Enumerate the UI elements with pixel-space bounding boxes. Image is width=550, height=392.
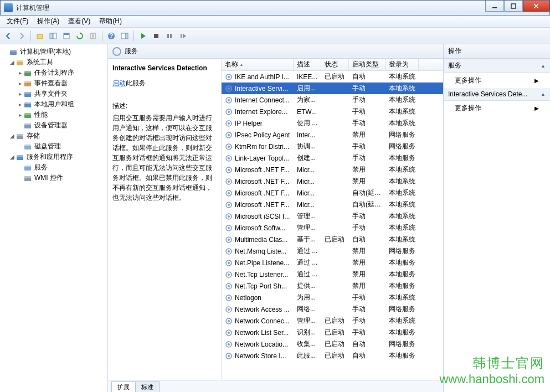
- tree-item[interactable]: 设备管理器: [1, 120, 106, 131]
- tree-group[interactable]: ◢存储: [1, 131, 106, 141]
- service-row[interactable]: Microsoft Softw... 管理... 手动 本地系统: [222, 222, 443, 234]
- window-controls: [485, 1, 549, 15]
- svg-rect-21: [24, 71, 31, 73]
- tree-group[interactable]: ◢系统工具: [1, 57, 106, 68]
- tree-item[interactable]: 服务: [1, 162, 106, 173]
- action-group-header[interactable]: Interactive Services Dete...▲: [444, 88, 550, 101]
- gear-icon: [225, 236, 233, 244]
- tree-root[interactable]: 计算机管理(本地): [1, 47, 106, 57]
- action-item[interactable]: 更多操作▶: [444, 73, 550, 88]
- svg-text:?: ?: [109, 32, 113, 40]
- collapse-icon: ▲: [541, 63, 546, 69]
- service-desc: Inter...: [294, 130, 321, 140]
- service-row[interactable]: Interactive Servi... 启用... 手动 本地系统: [222, 82, 443, 94]
- service-row[interactable]: IP Helper 使用 ... 手动 本地系统: [222, 117, 443, 129]
- menu-file[interactable]: 文件(F): [3, 16, 32, 27]
- back-button[interactable]: [2, 30, 14, 42]
- show-hide-tree-button[interactable]: [47, 30, 59, 42]
- service-row[interactable]: IPsec Policy Agent Inter... 禁用 网络服务: [222, 129, 443, 141]
- service-row[interactable]: Network Connec... 管理... 已启动 手动 本地系统: [222, 315, 443, 327]
- column-status[interactable]: 状态: [321, 59, 349, 70]
- column-name[interactable]: 名称: [222, 59, 294, 70]
- service-desc: 收集...: [294, 338, 321, 350]
- service-row[interactable]: Microsoft .NET F... Micr... 禁用 本地系统: [222, 164, 443, 176]
- gear-icon: [225, 189, 233, 197]
- maximize-button[interactable]: [504, 1, 523, 12]
- start-service-link[interactable]: 启动: [112, 79, 126, 87]
- service-name: Network Locatio...: [235, 341, 288, 348]
- refresh-button[interactable]: [74, 30, 86, 42]
- gear-icon: [225, 294, 233, 302]
- tab-extended[interactable]: 扩展: [111, 381, 136, 392]
- service-row[interactable]: KtmRm for Distri... 协调... 手动 网络服务: [222, 141, 443, 152]
- menu-action[interactable]: 操作(A): [34, 16, 63, 27]
- properties-button[interactable]: [60, 30, 73, 42]
- service-row[interactable]: Microsoft .NET F... Micr... 自动(延迟... 本地系…: [222, 187, 443, 199]
- service-status: [321, 146, 349, 148]
- start-service-button[interactable]: [137, 30, 149, 42]
- service-row[interactable]: Microsoft iSCSI I... 管理... 手动 本地系统: [222, 210, 443, 222]
- svg-point-55: [228, 146, 230, 148]
- gear-icon: [225, 341, 233, 348]
- svg-rect-31: [24, 123, 31, 125]
- action-pane-button[interactable]: [119, 30, 131, 42]
- svg-point-91: [228, 355, 230, 357]
- action-group-header[interactable]: 服务▲: [444, 59, 550, 73]
- service-startup: 手动: [349, 222, 385, 234]
- service-logon: 本地服务: [385, 269, 419, 280]
- help-button[interactable]: ?: [105, 30, 117, 42]
- tree-item[interactable]: ▸事件查看器: [1, 78, 106, 89]
- service-row[interactable]: Link-Layer Topol... 创建... 手动 本地服务: [222, 152, 443, 164]
- service-row[interactable]: Network List Ser... 识别... 已启动 手动 本地服务: [222, 327, 443, 338]
- forward-button[interactable]: [16, 30, 28, 42]
- tree-group[interactable]: ◢服务和应用程序: [1, 152, 106, 162]
- service-desc: 提供...: [294, 280, 321, 292]
- up-button[interactable]: [34, 30, 46, 42]
- service-row[interactable]: IKE and AuthIP I... IKEE... 已启动 自动 本地系统: [222, 71, 443, 82]
- service-logon: 本地系统: [385, 315, 419, 327]
- tree-item[interactable]: 磁盘管理: [1, 141, 106, 152]
- pause-service-button[interactable]: [163, 30, 176, 42]
- tree-item[interactable]: ▸任务计划程序: [1, 68, 106, 78]
- close-button[interactable]: [523, 1, 549, 12]
- export-button[interactable]: [87, 30, 99, 42]
- service-row[interactable]: Microsoft .NET F... Micr... 自动(延迟... 本地系…: [222, 199, 443, 210]
- minimize-button[interactable]: [485, 1, 504, 12]
- service-row[interactable]: Net.Tcp Port Sh... 提供... 禁用 本地服务: [222, 280, 443, 292]
- column-logon[interactable]: 登录为: [385, 59, 419, 70]
- service-row[interactable]: Net.Msmq Liste... 通过 ... 禁用 网络服务: [222, 245, 443, 257]
- menu-help[interactable]: 帮助(H): [96, 16, 125, 27]
- column-desc[interactable]: 描述: [294, 59, 321, 70]
- stop-service-button[interactable]: [150, 30, 162, 42]
- service-row[interactable]: Netlogon 为用... 手动 本地系统: [222, 292, 443, 303]
- service-row[interactable]: Net.Pipe Listene... 通过 ... 禁用 本地服务: [222, 257, 443, 269]
- service-row[interactable]: Internet Explore... ETW... 手动 本地系统: [222, 106, 443, 117]
- gear-icon: [225, 213, 233, 220]
- service-logon: 本地服务: [385, 257, 419, 269]
- tree-item[interactable]: WMI 控件: [1, 173, 106, 183]
- tree-item[interactable]: ▸本地用户和组: [1, 99, 106, 110]
- service-row[interactable]: Network Locatio... 收集... 已启动 自动 网络服务: [222, 338, 443, 350]
- tree-pane[interactable]: 计算机管理(本地)◢系统工具▸任务计划程序▸事件查看器▸共享文件夹▸本地用户和组…: [0, 44, 108, 392]
- service-row[interactable]: Microsoft .NET F... Micr... 禁用 本地系统: [222, 176, 443, 187]
- services-icon: [23, 163, 32, 172]
- service-row[interactable]: Network Store I... 此服... 已启动 自动 本地服务: [222, 350, 443, 362]
- svg-point-75: [228, 262, 230, 264]
- service-status: [321, 297, 349, 299]
- tree-item[interactable]: ▸共享文件夹: [1, 89, 106, 99]
- action-item[interactable]: 更多操作▶: [444, 101, 550, 116]
- services-rows[interactable]: IKE and AuthIP I... IKEE... 已启动 自动 本地系统 …: [222, 71, 443, 380]
- service-row[interactable]: Internet Connect... 为家... 手动 本地系统: [222, 94, 443, 106]
- column-startup[interactable]: 启动类型: [349, 59, 385, 70]
- tree-item[interactable]: ▸性能: [1, 110, 106, 120]
- service-row[interactable]: Net.Tcp Listener... 通过 ... 禁用 本地服务: [222, 269, 443, 280]
- restart-service-button[interactable]: [177, 30, 189, 42]
- service-row[interactable]: Multimedia Clas... 基于... 已启动 自动 本地系统: [222, 234, 443, 245]
- actions-body: 服务▲更多操作▶Interactive Services Dete...▲更多操…: [444, 59, 550, 116]
- tab-standard[interactable]: 标准: [135, 381, 160, 392]
- menu-view[interactable]: 查看(V): [65, 16, 94, 27]
- service-row[interactable]: Network Access ... 网络... 手动 网络服务: [222, 303, 443, 315]
- gear-icon: [225, 259, 233, 267]
- service-logon: 网络服务: [385, 129, 419, 141]
- service-desc: Micr...: [294, 188, 321, 198]
